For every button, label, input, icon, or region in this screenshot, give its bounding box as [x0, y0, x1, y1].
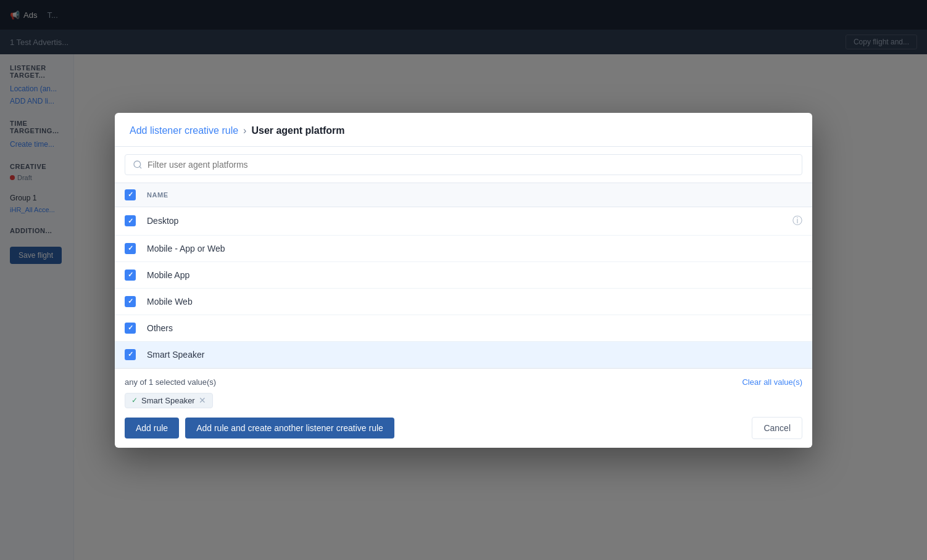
modal-backdrop: Add listener creative rule › User agent … [0, 0, 927, 560]
check-icon: ✓ [128, 271, 133, 278]
search-wrapper [125, 154, 802, 175]
check-icon: ✓ [128, 218, 133, 224]
svg-point-0 [134, 161, 141, 168]
check-icon: ✓ [128, 245, 133, 252]
row-checkbox-col: ✓ [125, 323, 147, 334]
table-row[interactable]: ✓ Desktop ⓘ [115, 207, 812, 236]
check-icon: ✓ [128, 298, 133, 305]
modal-title: User agent platform [251, 125, 344, 136]
check-icon: ✓ [128, 351, 133, 358]
row-checkbox-col: ✓ [125, 215, 147, 226]
others-label: Others [147, 323, 802, 333]
tags-row: ✓ Smart Speaker ✕ [125, 393, 802, 408]
others-checkbox[interactable]: ✓ [125, 323, 136, 334]
tag-check-icon: ✓ [131, 396, 138, 405]
selected-count: any of 1 selected value(s) [125, 377, 216, 387]
search-icon [133, 160, 143, 170]
svg-line-1 [139, 167, 141, 168]
check-icon: ✓ [128, 191, 133, 198]
action-buttons: Add rule Add rule and create another lis… [125, 417, 802, 439]
selected-summary: any of 1 selected value(s) Clear all val… [125, 377, 802, 387]
breadcrumb-link[interactable]: Add listener creative rule [130, 125, 238, 136]
add-rule-create-another-button[interactable]: Add rule and create another listener cre… [185, 418, 394, 439]
modal: Add listener creative rule › User agent … [115, 113, 812, 448]
mobile-app-checkbox[interactable]: ✓ [125, 270, 136, 281]
table-row[interactable]: ✓ Mobile - App or Web [115, 236, 812, 262]
tag-label: Smart Speaker [141, 396, 195, 405]
smart-speaker-tag: ✓ Smart Speaker ✕ [125, 393, 213, 408]
table-row[interactable]: ✓ Others [115, 315, 812, 342]
tag-close-icon[interactable]: ✕ [199, 396, 206, 405]
breadcrumb-chevron: › [243, 125, 246, 136]
row-checkbox-col: ✓ [125, 270, 147, 281]
mobile-web-checkbox[interactable]: ✓ [125, 296, 136, 307]
add-rule-button[interactable]: Add rule [125, 418, 179, 439]
cancel-button[interactable]: Cancel [752, 417, 802, 439]
modal-header: Add listener creative rule › User agent … [115, 113, 812, 147]
clear-all-link[interactable]: Clear all value(s) [742, 377, 802, 387]
table-row[interactable]: ✓ Mobile App [115, 262, 812, 289]
smart-speaker-checkbox[interactable]: ✓ [125, 349, 136, 360]
search-input[interactable] [148, 160, 794, 170]
row-checkbox-col: ✓ [125, 349, 147, 360]
modal-footer: any of 1 selected value(s) Clear all val… [115, 368, 812, 448]
desktop-checkbox[interactable]: ✓ [125, 215, 136, 226]
check-icon: ✓ [128, 324, 133, 331]
header-checkbox-col: ✓ [125, 189, 147, 200]
info-icon[interactable]: ⓘ [792, 215, 802, 228]
row-checkbox-col: ✓ [125, 243, 147, 254]
row-checkbox-col: ✓ [125, 296, 147, 307]
table-row[interactable]: ✓ Mobile Web [115, 289, 812, 315]
mobile-web-label: Mobile Web [147, 297, 802, 307]
table-container: ✓ NAME ✓ Desktop ⓘ ✓ [115, 183, 812, 368]
search-container [115, 147, 812, 183]
mobile-app-label: Mobile App [147, 270, 802, 280]
desktop-label: Desktop [147, 216, 788, 226]
mobile-app-web-label: Mobile - App or Web [147, 244, 802, 253]
table-header: ✓ NAME [115, 183, 812, 207]
name-column-header: NAME [147, 191, 802, 199]
select-all-checkbox[interactable]: ✓ [125, 189, 136, 200]
table-row[interactable]: ✓ Smart Speaker [115, 342, 812, 368]
mobile-app-web-checkbox[interactable]: ✓ [125, 243, 136, 254]
smart-speaker-label: Smart Speaker [147, 350, 802, 360]
